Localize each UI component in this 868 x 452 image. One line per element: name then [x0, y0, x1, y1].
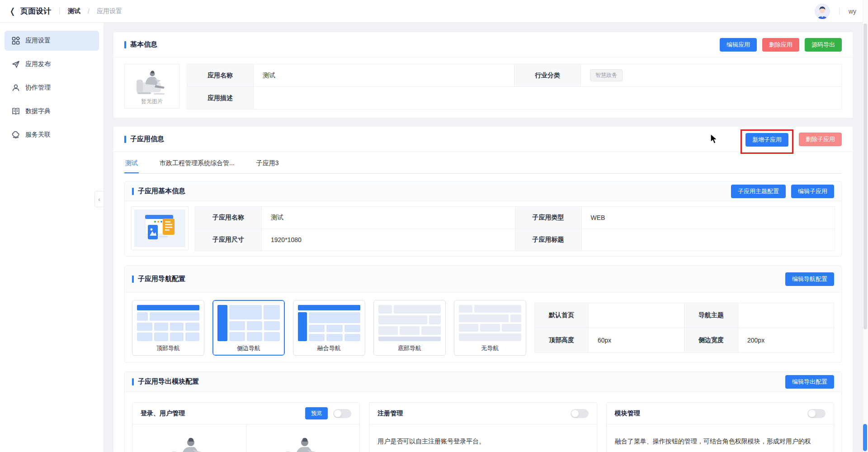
edit-sub-app-button[interactable]: 编辑子应用 — [791, 185, 834, 198]
sub-title-value — [582, 229, 835, 251]
sidebar-collapse-button[interactable]: ‹ — [94, 191, 104, 207]
tab-test[interactable]: 测试 — [124, 154, 139, 173]
sub-app-thumbnail-illustration — [134, 209, 185, 247]
main-content: 基本信息 编辑应用 删除应用 源码导出 — [104, 23, 868, 452]
highlight-box: 新增子应用 — [741, 129, 793, 154]
top-bar: ❬ 页面设计 测试 / 应用设置 wy — [0, 0, 868, 23]
nav-mixed-preview — [298, 305, 360, 341]
industry-value: 智慧政务 — [581, 64, 841, 86]
side-width-label: 侧边宽度 — [684, 328, 738, 352]
module-register: 注册管理 用户是否可以自主注册账号登录平台。 — [369, 402, 597, 452]
nav-config-title: 子应用导航配置 — [132, 275, 185, 283]
sidebar-item-service-link[interactable]: 服务关联 — [5, 125, 99, 145]
user-name[interactable]: wy — [849, 8, 856, 15]
login-illustration — [132, 424, 246, 452]
module-login-user: 登录、用户管理 预览 — [132, 402, 360, 452]
edit-export-config-button[interactable]: 编辑导出配置 — [785, 375, 834, 389]
sub-size-value: 1920*1080 — [262, 229, 515, 251]
nav-option-label: 顶部导航 — [156, 344, 180, 352]
app-name-label: 应用名称 — [187, 64, 253, 86]
user-avatar[interactable] — [815, 4, 830, 19]
sidebar-item-app-publish[interactable]: 应用发布 — [5, 54, 99, 74]
nav-top-preview — [137, 305, 199, 341]
page-scrollbar-thumb[interactable] — [863, 24, 867, 329]
nav-theme-label: 导航主题 — [684, 303, 738, 328]
sub-basic-title: 子应用基本信息 — [132, 187, 185, 195]
edit-nav-config-button[interactable]: 编辑导航配置 — [785, 272, 834, 286]
nav-option-side[interactable]: 侧边导航 — [212, 300, 285, 356]
add-sub-app-button[interactable]: 新增子应用 — [745, 133, 788, 147]
register-module-toggle[interactable] — [571, 409, 589, 418]
sub-app-card: 子应用信息 新增子应用 删除子应用 测试 市政工程管理系统综合管... 子应用3 — [113, 127, 853, 452]
delete-app-button[interactable]: 删除应用 — [762, 38, 799, 52]
nav-side-preview — [217, 305, 280, 341]
no-image-illustration — [132, 69, 172, 97]
module-description: 用户是否可以自主注册账号登录平台。 — [369, 424, 596, 446]
sidebar-item-label: 应用设置 — [25, 37, 51, 45]
avatar-illustration — [815, 4, 830, 19]
nav-option-label: 侧边导航 — [237, 344, 260, 352]
header-divider — [59, 8, 60, 15]
nav-option-mixed[interactable]: 融合导航 — [293, 300, 365, 356]
sub-app-title: 子应用信息 — [124, 135, 164, 143]
title-bar-accent — [124, 41, 126, 48]
app-image-placeholder: 暂无图片 — [124, 64, 179, 109]
login-module-toggle[interactable] — [333, 409, 351, 418]
export-config-title: 子应用导出模块配置 — [132, 377, 199, 386]
page-title[interactable]: 页面设计 — [20, 6, 51, 16]
app-name-value: 测试 — [254, 64, 514, 86]
inner-scrollbar-thumb[interactable] — [863, 424, 867, 451]
nav-option-label: 融合导航 — [317, 344, 341, 352]
basic-info-title: 基本信息 — [124, 40, 157, 49]
sidebar-item-data-dictionary[interactable]: 数据字典 — [5, 101, 99, 121]
basic-info-fields: 应用名称 测试 行业分类 智慧政务 应用描述 — [187, 64, 842, 109]
sidebar-item-label: 数据字典 — [25, 107, 51, 115]
page-scrollbar-track[interactable] — [863, 0, 868, 452]
send-icon — [12, 60, 20, 68]
delete-sub-app-button[interactable]: 删除子应用 — [799, 133, 842, 146]
sub-app-theme-button[interactable]: 子应用主题配置 — [731, 185, 786, 198]
breadcrumb-app[interactable]: 测试 — [68, 7, 80, 15]
preview-button[interactable]: 预览 — [305, 407, 328, 419]
default-home-label: 默认首页 — [535, 303, 588, 328]
top-height-value: 60px — [589, 328, 684, 352]
book-icon — [12, 107, 20, 115]
cloud-link-icon — [12, 131, 20, 139]
sidebar-item-label: 服务关联 — [25, 131, 51, 139]
nav-option-label: 无导航 — [481, 344, 499, 352]
nav-option-label: 底部导航 — [398, 344, 421, 352]
industry-tag: 智慧政务 — [590, 69, 623, 81]
no-image-text: 暂无图片 — [141, 98, 163, 105]
export-source-button[interactable]: 源码导出 — [805, 38, 842, 52]
side-width-value: 200px — [738, 328, 834, 352]
sub-size-label: 子应用尺寸 — [195, 229, 261, 251]
nav-option-bottom[interactable]: 底部导航 — [373, 300, 446, 356]
module-modules: 模块管理 融合了菜单、操作按钮的管理，可结合角色权限模块，形成对用户的权 — [606, 402, 834, 452]
sub-type-label: 子应用类型 — [515, 207, 581, 228]
sub-type-value: WEB — [582, 207, 835, 228]
user-divider — [839, 8, 840, 15]
sub-name-value: 测试 — [262, 207, 515, 228]
sidebar-item-app-settings[interactable]: 应用设置 — [5, 31, 99, 51]
edit-app-button[interactable]: 编辑应用 — [720, 38, 757, 52]
title-bar-accent — [132, 276, 134, 283]
module-manage-toggle[interactable] — [807, 409, 826, 418]
nav-none-preview — [459, 305, 521, 341]
sub-basic-fields: 子应用名称 测试 子应用类型 WEB 子应用尺寸 1920*1080 子应用标题 — [195, 206, 835, 251]
basic-info-card: 基本信息 编辑应用 删除应用 源码导出 — [113, 32, 853, 118]
nav-option-none[interactable]: 无导航 — [454, 300, 526, 356]
sub-title-label: 子应用标题 — [515, 229, 581, 251]
back-icon[interactable]: ❬ — [9, 7, 16, 15]
app-desc-value — [254, 87, 841, 109]
nav-config-fields: 默认首页 导航主题 顶部高度 60px 侧边宽度 200px — [534, 303, 834, 353]
user-manage-illustration — [246, 424, 360, 452]
industry-label: 行业分类 — [514, 64, 580, 86]
top-height-label: 顶部高度 — [535, 328, 588, 352]
module-title: 注册管理 — [377, 409, 403, 418]
sidebar-item-collaboration[interactable]: 协作管理 — [5, 78, 99, 98]
nav-option-top[interactable]: 顶部导航 — [132, 300, 204, 356]
nav-theme-value — [738, 303, 834, 328]
tab-sub-app-3[interactable]: 子应用3 — [255, 154, 280, 173]
title-bar-accent — [124, 136, 126, 143]
tab-municipal-system[interactable]: 市政工程管理系统综合管... — [159, 154, 236, 173]
